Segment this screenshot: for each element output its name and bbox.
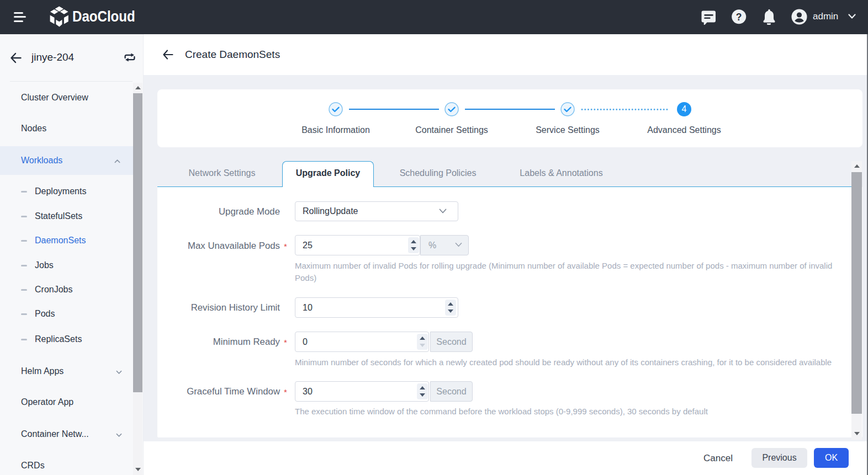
svg-text:?: ? xyxy=(735,12,742,23)
